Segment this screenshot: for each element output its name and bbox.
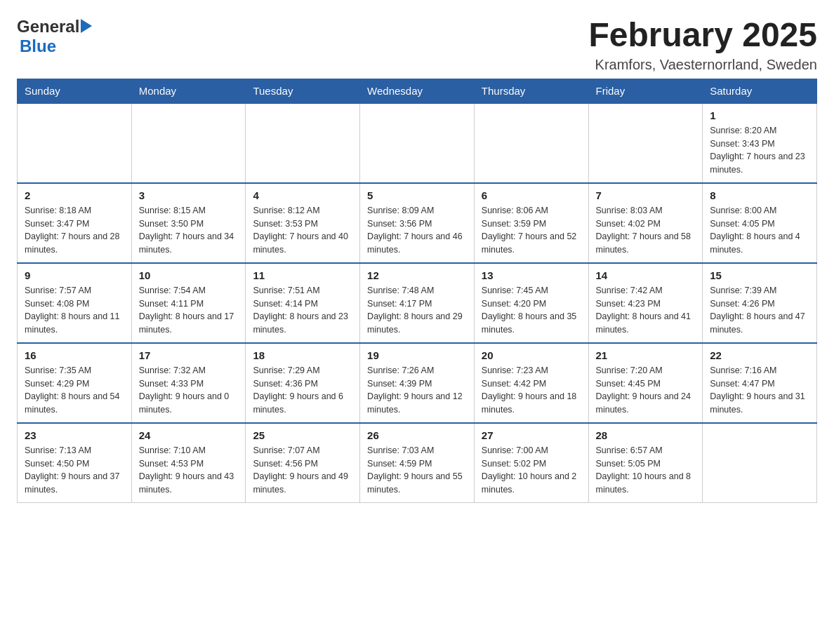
day-info: Sunrise: 7:57 AM Sunset: 4:08 PM Dayligh… [25, 284, 124, 337]
day-info: Sunrise: 8:03 AM Sunset: 4:02 PM Dayligh… [596, 204, 696, 257]
day-number: 22 [710, 349, 809, 361]
day-number: 19 [367, 349, 467, 361]
day-number: 16 [25, 349, 124, 361]
calendar-cell: 13Sunrise: 7:45 AM Sunset: 4:20 PM Dayli… [474, 263, 588, 343]
day-info: Sunrise: 7:07 AM Sunset: 4:56 PM Dayligh… [253, 444, 352, 497]
page-header: General Blue February 2025 Kramfors, Vae… [17, 17, 817, 73]
day-number: 27 [482, 429, 581, 441]
day-number: 23 [25, 429, 124, 441]
day-number: 26 [367, 429, 467, 441]
logo: General Blue [17, 17, 92, 56]
day-info: Sunrise: 8:20 AM Sunset: 3:43 PM Dayligh… [710, 124, 809, 177]
calendar-week-5: 23Sunrise: 7:13 AM Sunset: 4:50 PM Dayli… [18, 423, 817, 503]
weekday-header-wednesday: Wednesday [360, 79, 475, 103]
logo-arrow-icon [81, 19, 92, 33]
calendar-cell: 9Sunrise: 7:57 AM Sunset: 4:08 PM Daylig… [18, 263, 132, 343]
day-info: Sunrise: 7:16 AM Sunset: 4:47 PM Dayligh… [710, 364, 809, 417]
day-info: Sunrise: 7:32 AM Sunset: 4:33 PM Dayligh… [139, 364, 239, 417]
day-number: 25 [253, 429, 352, 441]
day-number: 2 [25, 189, 124, 201]
day-info: Sunrise: 8:15 AM Sunset: 3:50 PM Dayligh… [139, 204, 239, 257]
day-info: Sunrise: 7:42 AM Sunset: 4:23 PM Dayligh… [596, 284, 696, 337]
calendar-cell: 6Sunrise: 8:06 AM Sunset: 3:59 PM Daylig… [474, 183, 588, 263]
calendar-cell: 24Sunrise: 7:10 AM Sunset: 4:53 PM Dayli… [131, 423, 246, 503]
day-number: 4 [253, 189, 352, 201]
month-title: February 2025 [588, 17, 817, 54]
calendar-cell: 3Sunrise: 8:15 AM Sunset: 3:50 PM Daylig… [131, 183, 246, 263]
day-info: Sunrise: 7:29 AM Sunset: 4:36 PM Dayligh… [253, 364, 352, 417]
day-number: 15 [710, 269, 809, 281]
calendar-cell: 27Sunrise: 7:00 AM Sunset: 5:02 PM Dayli… [474, 423, 588, 503]
weekday-header-monday: Monday [131, 79, 246, 103]
calendar-table: SundayMondayTuesdayWednesdayThursdayFrid… [17, 79, 817, 503]
day-info: Sunrise: 8:18 AM Sunset: 3:47 PM Dayligh… [25, 204, 124, 257]
calendar-cell: 21Sunrise: 7:20 AM Sunset: 4:45 PM Dayli… [588, 343, 703, 423]
weekday-header-tuesday: Tuesday [246, 79, 360, 103]
day-number: 6 [482, 189, 581, 201]
day-info: Sunrise: 7:10 AM Sunset: 4:53 PM Dayligh… [139, 444, 239, 497]
day-number: 14 [596, 269, 696, 281]
title-block: February 2025 Kramfors, Vaesternorrland,… [588, 17, 817, 73]
day-info: Sunrise: 7:48 AM Sunset: 4:17 PM Dayligh… [367, 284, 467, 337]
calendar-cell: 8Sunrise: 8:00 AM Sunset: 4:05 PM Daylig… [703, 183, 817, 263]
weekday-header-friday: Friday [588, 79, 703, 103]
weekday-header-saturday: Saturday [703, 79, 817, 103]
day-number: 1 [710, 109, 809, 121]
weekday-header-row: SundayMondayTuesdayWednesdayThursdayFrid… [18, 79, 817, 103]
calendar-cell: 23Sunrise: 7:13 AM Sunset: 4:50 PM Dayli… [18, 423, 132, 503]
location-title: Kramfors, Vaesternorrland, Sweden [588, 57, 817, 73]
day-info: Sunrise: 7:45 AM Sunset: 4:20 PM Dayligh… [482, 284, 581, 337]
calendar-cell: 18Sunrise: 7:29 AM Sunset: 4:36 PM Dayli… [246, 343, 360, 423]
calendar-cell: 10Sunrise: 7:54 AM Sunset: 4:11 PM Dayli… [131, 263, 246, 343]
weekday-header-thursday: Thursday [474, 79, 588, 103]
calendar-cell: 14Sunrise: 7:42 AM Sunset: 4:23 PM Dayli… [588, 263, 703, 343]
day-number: 12 [367, 269, 467, 281]
day-info: Sunrise: 7:51 AM Sunset: 4:14 PM Dayligh… [253, 284, 352, 337]
day-info: Sunrise: 8:06 AM Sunset: 3:59 PM Dayligh… [482, 204, 581, 257]
day-number: 10 [139, 269, 239, 281]
calendar-cell: 17Sunrise: 7:32 AM Sunset: 4:33 PM Dayli… [131, 343, 246, 423]
calendar-cell: 25Sunrise: 7:07 AM Sunset: 4:56 PM Dayli… [246, 423, 360, 503]
day-info: Sunrise: 7:23 AM Sunset: 4:42 PM Dayligh… [482, 364, 581, 417]
day-number: 28 [596, 429, 696, 441]
day-info: Sunrise: 6:57 AM Sunset: 5:05 PM Dayligh… [596, 444, 696, 497]
day-info: Sunrise: 7:26 AM Sunset: 4:39 PM Dayligh… [367, 364, 467, 417]
day-number: 17 [139, 349, 239, 361]
calendar-cell: 19Sunrise: 7:26 AM Sunset: 4:39 PM Dayli… [360, 343, 475, 423]
day-info: Sunrise: 7:35 AM Sunset: 4:29 PM Dayligh… [25, 364, 124, 417]
day-number: 21 [596, 349, 696, 361]
calendar-cell: 20Sunrise: 7:23 AM Sunset: 4:42 PM Dayli… [474, 343, 588, 423]
day-info: Sunrise: 8:12 AM Sunset: 3:53 PM Dayligh… [253, 204, 352, 257]
day-number: 9 [25, 269, 124, 281]
calendar-body: 1Sunrise: 8:20 AM Sunset: 3:43 PM Daylig… [18, 103, 817, 503]
calendar-cell [131, 103, 246, 183]
day-info: Sunrise: 7:13 AM Sunset: 4:50 PM Dayligh… [25, 444, 124, 497]
calendar-week-2: 2Sunrise: 8:18 AM Sunset: 3:47 PM Daylig… [18, 183, 817, 263]
day-number: 3 [139, 189, 239, 201]
calendar-cell: 16Sunrise: 7:35 AM Sunset: 4:29 PM Dayli… [18, 343, 132, 423]
day-number: 24 [139, 429, 239, 441]
day-number: 18 [253, 349, 352, 361]
day-info: Sunrise: 7:20 AM Sunset: 4:45 PM Dayligh… [596, 364, 696, 417]
calendar-cell: 4Sunrise: 8:12 AM Sunset: 3:53 PM Daylig… [246, 183, 360, 263]
logo-blue-text: Blue [20, 36, 56, 55]
day-info: Sunrise: 8:00 AM Sunset: 4:05 PM Dayligh… [710, 204, 809, 257]
logo-general-text: General [17, 17, 79, 36]
calendar-cell: 1Sunrise: 8:20 AM Sunset: 3:43 PM Daylig… [703, 103, 817, 183]
calendar-cell: 28Sunrise: 6:57 AM Sunset: 5:05 PM Dayli… [588, 423, 703, 503]
calendar-cell: 22Sunrise: 7:16 AM Sunset: 4:47 PM Dayli… [703, 343, 817, 423]
day-number: 20 [482, 349, 581, 361]
day-number: 11 [253, 269, 352, 281]
day-info: Sunrise: 7:00 AM Sunset: 5:02 PM Dayligh… [482, 444, 581, 497]
calendar-header: SundayMondayTuesdayWednesdayThursdayFrid… [18, 79, 817, 103]
calendar-cell: 15Sunrise: 7:39 AM Sunset: 4:26 PM Dayli… [703, 263, 817, 343]
day-info: Sunrise: 7:03 AM Sunset: 4:59 PM Dayligh… [367, 444, 467, 497]
day-info: Sunrise: 7:39 AM Sunset: 4:26 PM Dayligh… [710, 284, 809, 337]
calendar-cell [246, 103, 360, 183]
calendar-cell [18, 103, 132, 183]
calendar-week-4: 16Sunrise: 7:35 AM Sunset: 4:29 PM Dayli… [18, 343, 817, 423]
calendar-cell: 11Sunrise: 7:51 AM Sunset: 4:14 PM Dayli… [246, 263, 360, 343]
calendar-week-1: 1Sunrise: 8:20 AM Sunset: 3:43 PM Daylig… [18, 103, 817, 183]
calendar-cell: 2Sunrise: 8:18 AM Sunset: 3:47 PM Daylig… [18, 183, 132, 263]
day-info: Sunrise: 8:09 AM Sunset: 3:56 PM Dayligh… [367, 204, 467, 257]
